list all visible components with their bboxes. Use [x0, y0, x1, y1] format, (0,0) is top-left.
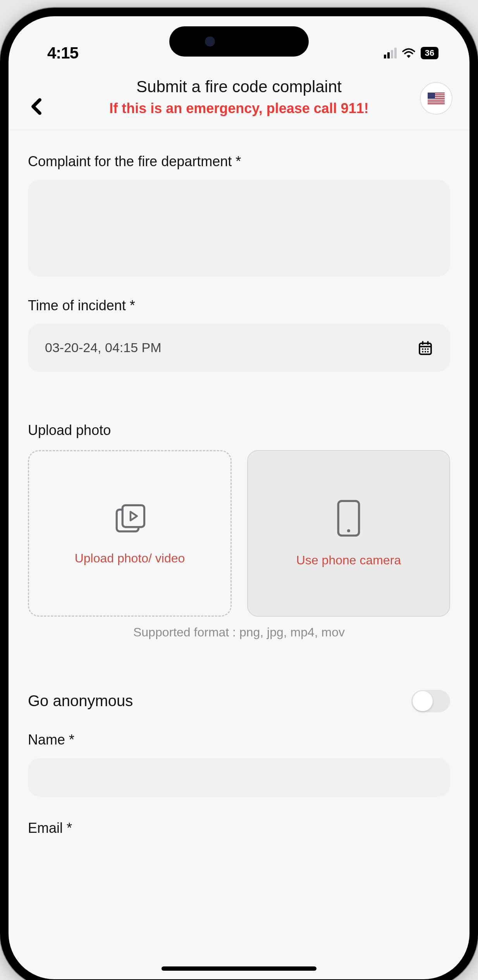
calendar-icon — [418, 340, 433, 356]
cellular-signal-icon — [384, 48, 397, 58]
phone-frame: 4:15 36 Submit a fire code complaint — [0, 8, 478, 980]
emergency-warning: If this is an emergency, please call 911… — [94, 99, 384, 118]
battery-level: 36 — [421, 47, 438, 59]
back-button[interactable] — [28, 98, 46, 115]
supported-format-hint: Supported format : png, jpg, mp4, mov — [28, 625, 450, 640]
complaint-textarea[interactable] — [28, 180, 450, 277]
page-title: Submit a fire code complaint — [24, 74, 454, 96]
form-content: Complaint for the fire department * Time… — [9, 130, 469, 836]
svg-rect-7 — [428, 93, 435, 99]
upload-file-label: Upload photo/ video — [75, 551, 185, 566]
chevron-left-icon — [28, 98, 46, 115]
svg-point-17 — [427, 351, 429, 352]
name-label: Name * — [28, 732, 450, 748]
screen: 4:15 36 Submit a fire code complaint — [9, 16, 469, 979]
go-anonymous-toggle[interactable] — [411, 690, 450, 712]
status-time: 4:15 — [47, 44, 78, 62]
time-of-incident-value: 03-20-24, 04:15 PM — [45, 340, 162, 355]
upload-options-row: Upload photo/ video Use phone camera — [28, 450, 450, 617]
toggle-knob — [413, 691, 433, 711]
go-anonymous-label: Go anonymous — [28, 692, 133, 710]
dynamic-island — [169, 26, 309, 57]
svg-point-15 — [422, 351, 423, 352]
phone-icon — [335, 499, 363, 538]
use-camera-label: Use phone camera — [296, 553, 401, 567]
svg-rect-19 — [122, 505, 144, 527]
svg-point-21 — [347, 529, 350, 532]
svg-rect-6 — [428, 102, 445, 103]
name-input[interactable] — [28, 758, 450, 797]
svg-point-16 — [425, 351, 426, 352]
svg-point-13 — [425, 348, 426, 350]
svg-rect-5 — [428, 101, 445, 101]
home-indicator[interactable] — [162, 966, 316, 971]
use-camera-button[interactable]: Use phone camera — [247, 450, 450, 617]
go-anonymous-row: Go anonymous — [28, 690, 450, 712]
wifi-icon — [402, 48, 415, 58]
email-label: Email * — [28, 820, 450, 836]
media-stack-icon — [112, 501, 147, 536]
upload-photo-label: Upload photo — [28, 422, 450, 438]
language-button[interactable] — [420, 82, 452, 115]
svg-rect-4 — [428, 99, 445, 100]
svg-point-14 — [427, 348, 429, 350]
status-icons: 36 — [384, 47, 438, 59]
time-of-incident-input[interactable]: 03-20-24, 04:15 PM — [28, 324, 450, 372]
complaint-label: Complaint for the fire department * — [28, 153, 450, 170]
upload-file-button[interactable]: Upload photo/ video — [28, 450, 232, 617]
svg-point-12 — [422, 348, 423, 350]
time-of-incident-label: Time of incident * — [28, 297, 450, 314]
page-header: Submit a fire code complaint If this is … — [9, 70, 469, 130]
us-flag-icon — [428, 93, 445, 104]
